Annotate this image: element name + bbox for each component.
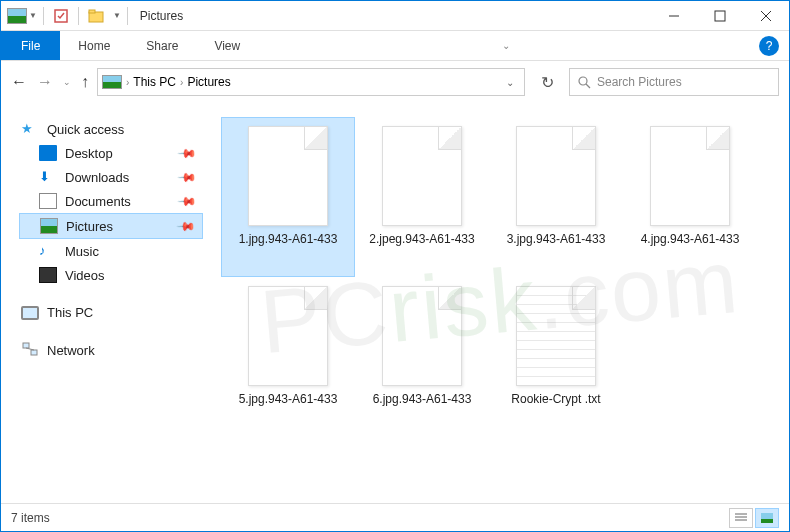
sidebar-label: Desktop: [65, 146, 113, 161]
pin-icon: 📌: [177, 167, 198, 188]
desktop-icon: [39, 145, 57, 161]
location-icon: [102, 75, 122, 89]
breadcrumb-part[interactable]: Pictures: [187, 75, 230, 89]
pictures-icon: [40, 218, 58, 234]
star-icon: ★: [21, 121, 39, 137]
properties-button[interactable]: [50, 5, 72, 27]
sidebar-quick-access[interactable]: ★ Quick access: [19, 117, 203, 141]
tab-view[interactable]: View: [196, 31, 258, 60]
documents-icon: [39, 193, 57, 209]
file-name: 2.jpeg.943-A61-433: [365, 232, 478, 248]
sidebar-label: Videos: [65, 268, 105, 283]
ribbon: File Home Share View ⌄ ?: [1, 31, 789, 61]
back-button[interactable]: ←: [11, 73, 27, 91]
sidebar-label: This PC: [47, 305, 93, 320]
minimize-button[interactable]: [651, 1, 697, 31]
sidebar-item-music[interactable]: ♪ Music: [19, 239, 203, 263]
status-bar: 7 items: [1, 503, 789, 531]
sidebar-label: Quick access: [47, 122, 124, 137]
view-switch: [729, 508, 779, 528]
thumbnails-view-button[interactable]: [755, 508, 779, 528]
file-thumb-icon: [516, 126, 596, 226]
videos-icon: [39, 267, 57, 283]
tab-share[interactable]: Share: [128, 31, 196, 60]
sidebar-this-pc[interactable]: This PC: [19, 301, 203, 324]
file-thumb-icon: [382, 126, 462, 226]
file-name: 4.jpg.943-A61-433: [637, 232, 744, 248]
separator: [127, 7, 128, 25]
window-title: Pictures: [140, 9, 183, 23]
maximize-button[interactable]: [697, 1, 743, 31]
pin-icon: 📌: [177, 143, 198, 164]
details-view-button[interactable]: [729, 508, 753, 528]
file-tab[interactable]: File: [1, 31, 60, 60]
file-thumb-icon: [248, 126, 328, 226]
svg-rect-16: [761, 519, 773, 523]
file-name: 1.jpg.943-A61-433: [235, 232, 342, 248]
new-folder-button[interactable]: [85, 5, 107, 27]
ribbon-expand-icon[interactable]: ⌄: [502, 40, 510, 51]
svg-rect-2: [89, 10, 95, 13]
pin-icon: 📌: [177, 191, 198, 212]
quick-access-toolbar: ▼ ▼: [1, 5, 132, 27]
forward-button[interactable]: →: [37, 73, 53, 91]
sidebar-item-documents[interactable]: Documents 📌: [19, 189, 203, 213]
nav-arrows: ← → ⌄ ↑: [11, 73, 89, 91]
tab-home[interactable]: Home: [60, 31, 128, 60]
chevron-right-icon[interactable]: ›: [126, 77, 129, 88]
file-item[interactable]: 1.jpg.943-A61-433: [221, 117, 355, 277]
files-pane[interactable]: PCrisk.com 1.jpg.943-A61-433 2.jpeg.943-…: [211, 103, 789, 501]
sidebar-item-pictures[interactable]: Pictures 📌: [19, 213, 203, 239]
downloads-icon: ⬇: [39, 169, 57, 185]
file-item[interactable]: 5.jpg.943-A61-433: [221, 277, 355, 437]
refresh-button[interactable]: ↻: [533, 68, 561, 96]
svg-rect-10: [31, 350, 37, 355]
monitor-icon: [21, 306, 39, 320]
close-button[interactable]: [743, 1, 789, 31]
up-button[interactable]: ↑: [81, 73, 89, 91]
app-icon[interactable]: [7, 8, 27, 24]
sidebar-item-videos[interactable]: Videos: [19, 263, 203, 287]
sidebar-label: Downloads: [65, 170, 129, 185]
file-item[interactable]: 3.jpg.943-A61-433: [489, 117, 623, 277]
breadcrumb[interactable]: › This PC › Pictures ⌄: [97, 68, 525, 96]
file-thumb-txt-icon: [516, 286, 596, 386]
sidebar-item-downloads[interactable]: ⬇ Downloads 📌: [19, 165, 203, 189]
navigation-bar: ← → ⌄ ↑ › This PC › Pictures ⌄ ↻ Search …: [1, 61, 789, 103]
separator: [78, 7, 79, 25]
file-item[interactable]: 4.jpg.943-A61-433: [623, 117, 757, 277]
svg-line-11: [26, 348, 34, 350]
pin-icon: 📌: [176, 216, 197, 237]
file-name: 3.jpg.943-A61-433: [503, 232, 610, 248]
search-input[interactable]: Search Pictures: [569, 68, 779, 96]
file-name: Rookie-Crypt .txt: [507, 392, 604, 408]
file-name: 6.jpg.943-A61-433: [369, 392, 476, 408]
file-name: 5.jpg.943-A61-433: [235, 392, 342, 408]
content-area: ★ Quick access Desktop 📌 ⬇ Downloads 📌 D…: [1, 103, 789, 501]
window-controls: [651, 1, 789, 31]
file-item[interactable]: Rookie-Crypt .txt: [489, 277, 623, 437]
svg-line-8: [586, 84, 590, 88]
svg-rect-9: [23, 343, 29, 348]
breadcrumb-part[interactable]: This PC: [133, 75, 176, 89]
sidebar-label: Music: [65, 244, 99, 259]
breadcrumb-dropdown-icon[interactable]: ⌄: [506, 77, 520, 88]
file-thumb-icon: [650, 126, 730, 226]
file-item[interactable]: 2.jpeg.943-A61-433: [355, 117, 489, 277]
help-icon[interactable]: ?: [759, 36, 779, 56]
file-item[interactable]: 6.jpg.943-A61-433: [355, 277, 489, 437]
sidebar-label: Documents: [65, 194, 131, 209]
sidebar-item-desktop[interactable]: Desktop 📌: [19, 141, 203, 165]
recent-dropdown-icon[interactable]: ⌄: [63, 77, 71, 87]
search-icon: [578, 76, 591, 89]
sidebar-network[interactable]: Network: [19, 338, 203, 362]
search-placeholder: Search Pictures: [597, 75, 682, 89]
item-count: 7 items: [11, 511, 50, 525]
qat-customize-icon[interactable]: ▼: [113, 11, 121, 20]
music-icon: ♪: [39, 243, 57, 259]
svg-point-7: [579, 77, 587, 85]
chevron-right-icon[interactable]: ›: [180, 77, 183, 88]
sidebar: ★ Quick access Desktop 📌 ⬇ Downloads 📌 D…: [1, 103, 211, 501]
app-dropdown-icon[interactable]: ▼: [29, 11, 37, 20]
svg-rect-4: [715, 11, 725, 21]
